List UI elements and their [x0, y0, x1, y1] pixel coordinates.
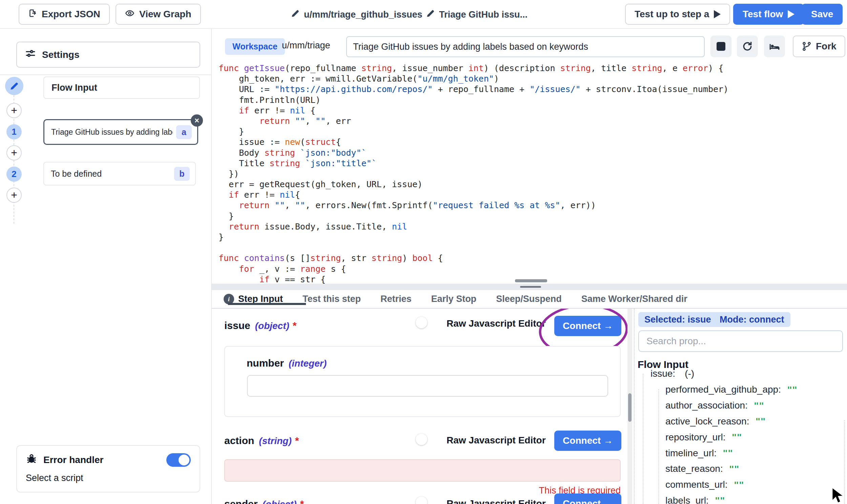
- export-json-button[interactable]: Export JSON: [19, 4, 110, 25]
- code-editor[interactable]: func getIssue(repo_fullname string, issu…: [212, 60, 847, 284]
- breadcrumb-summary[interactable]: Triage GitHub issu...: [426, 9, 528, 20]
- connect-issue-button[interactable]: Connect →: [554, 316, 621, 336]
- mouse-cursor: [831, 487, 847, 504]
- step-label: Triage GitHub issues by adding labels ..…: [51, 128, 173, 137]
- pencil-icon: [426, 9, 435, 20]
- tab-step-input[interactable]: i Step Input: [224, 294, 283, 304]
- prop-key: active_lock_reason:: [666, 416, 749, 427]
- raw-js-label: Raw Javascript Editor: [447, 435, 546, 446]
- refresh-button[interactable]: [737, 36, 758, 57]
- view-graph-label: View Graph: [139, 9, 191, 20]
- field-issue-label: issue(object)*: [224, 320, 297, 331]
- tab-sleep-suspend[interactable]: Sleep/Suspend: [496, 294, 562, 304]
- step-id-badge: a: [176, 125, 192, 139]
- save-button[interactable]: Save: [801, 4, 843, 25]
- tree-guide: [643, 374, 643, 504]
- summary-input[interactable]: [346, 36, 705, 57]
- code-hscrollbar[interactable]: [515, 279, 547, 282]
- tab-retries[interactable]: Retries: [380, 294, 412, 304]
- tab-same-worker[interactable]: Same Worker/Shared dir: [582, 294, 688, 304]
- field-sender-label: sender(object)*: [224, 498, 304, 504]
- stop-icon: [716, 42, 725, 51]
- sliders-icon: [25, 48, 36, 61]
- form-scrollbar-thumb[interactable]: [628, 393, 632, 422]
- flow-input-node[interactable]: Flow Input: [44, 76, 200, 99]
- breadcrumb-path[interactable]: u/mm/triage_github_issues: [291, 9, 422, 20]
- tab-test-this-step[interactable]: Test this step: [302, 294, 361, 304]
- export-json-label: Export JSON: [42, 9, 100, 20]
- resize-handle[interactable]: [520, 286, 541, 288]
- search-prop-input[interactable]: [638, 330, 843, 352]
- test-up-to-step-button[interactable]: Test up to step a: [625, 4, 730, 25]
- step-input-form: issue(object)* Raw Javascript Editor Con…: [212, 309, 627, 504]
- test-flow-button[interactable]: Test flow: [733, 4, 804, 25]
- settings-label: Settings: [42, 50, 79, 60]
- add-step-button[interactable]: +: [6, 145, 22, 160]
- connect-panel: Selected: issue Mode: connect Flow Input…: [635, 309, 847, 504]
- bed-icon: [769, 41, 780, 52]
- sleep-button[interactable]: [764, 36, 785, 57]
- flow-sidebar: Settings Flow Input + Triage GitHub issu…: [0, 29, 212, 504]
- number-input[interactable]: [247, 375, 608, 397]
- refresh-icon: [742, 41, 753, 52]
- prop-row[interactable]: comments_url:"": [666, 477, 797, 493]
- prop-key: author_association:: [666, 400, 748, 411]
- save-label: Save: [811, 9, 833, 20]
- tree-guide: [658, 389, 659, 504]
- stop-button[interactable]: [710, 36, 731, 57]
- export-icon: [28, 9, 37, 20]
- view-graph-button[interactable]: View Graph: [116, 4, 201, 25]
- prop-row[interactable]: author_association:"": [666, 398, 797, 414]
- prop-row[interactable]: state_reason:"": [666, 461, 797, 477]
- prop-key: performed_via_github_app:: [666, 384, 781, 395]
- prop-row[interactable]: repository_url:"": [666, 429, 797, 445]
- remove-step-button[interactable]: ×: [191, 114, 203, 127]
- settings-button[interactable]: Settings: [16, 42, 200, 68]
- add-step-button[interactable]: +: [6, 187, 22, 203]
- error-handler-toggle[interactable]: [166, 453, 191, 467]
- action-input[interactable]: [224, 459, 621, 482]
- connect-action-button[interactable]: Connect →: [554, 431, 621, 451]
- error-handler-subtitle: Select a script: [26, 473, 191, 483]
- tab-early-stop[interactable]: Early Stop: [431, 294, 477, 304]
- prop-row[interactable]: timeline_url:"": [666, 445, 797, 461]
- prop-key: repository_url:: [666, 432, 725, 443]
- prop-key: timeline_url:: [666, 448, 716, 458]
- fork-button[interactable]: Fork: [793, 36, 845, 57]
- prop-row[interactable]: performed_via_github_app:"": [666, 382, 797, 398]
- field-action-label: action(string)*: [224, 435, 299, 447]
- panel-divider: [634, 309, 635, 504]
- step-tabs: i Step Input Test this step Retries Earl…: [212, 290, 847, 309]
- prop-root-issue[interactable]: issue: (-): [651, 368, 694, 379]
- pencil-icon: [291, 9, 300, 20]
- form-scrollbar-track[interactable]: [627, 309, 632, 504]
- prop-row[interactable]: labels_url:"": [666, 493, 797, 504]
- connect-sender-button[interactable]: Connect →: [554, 493, 621, 504]
- code-content: func getIssue(repo_fullname string, issu…: [219, 63, 728, 284]
- step-node-a[interactable]: Triage GitHub issues by adding labels ..…: [44, 119, 198, 145]
- selected-badge: Selected: issue: [638, 312, 717, 327]
- error-handler-card[interactable]: Error handler Select a script: [16, 445, 200, 492]
- flow-input-icon[interactable]: [5, 77, 23, 95]
- prop-value: "": [787, 385, 797, 395]
- test-up-to-step-label: Test up to step a: [635, 9, 709, 20]
- step-number-bubble: 1: [6, 124, 22, 140]
- prop-value: "": [729, 464, 739, 474]
- prop-value: "": [734, 480, 744, 490]
- panel-resize-strip: [212, 284, 847, 290]
- test-flow-label: Test flow: [743, 9, 783, 20]
- prop-row[interactable]: active_lock_reason:"": [666, 414, 797, 430]
- prop-key: comments_url:: [666, 479, 728, 490]
- step-node-b[interactable]: To be defined b: [44, 162, 196, 185]
- issue-object-card: number(integer): [224, 346, 621, 417]
- eye-icon: [125, 8, 135, 20]
- fork-label: Fork: [816, 41, 836, 52]
- add-step-button[interactable]: +: [6, 103, 22, 118]
- bug-icon: [26, 454, 37, 466]
- script-path[interactable]: u/mm/triage: [282, 40, 330, 51]
- raw-js-label: Raw Javascript Editor: [447, 318, 546, 329]
- git-fork-icon: [801, 41, 812, 51]
- play-icon: [714, 10, 721, 18]
- prop-value: "": [731, 432, 742, 442]
- prop-key: state_reason:: [666, 463, 723, 474]
